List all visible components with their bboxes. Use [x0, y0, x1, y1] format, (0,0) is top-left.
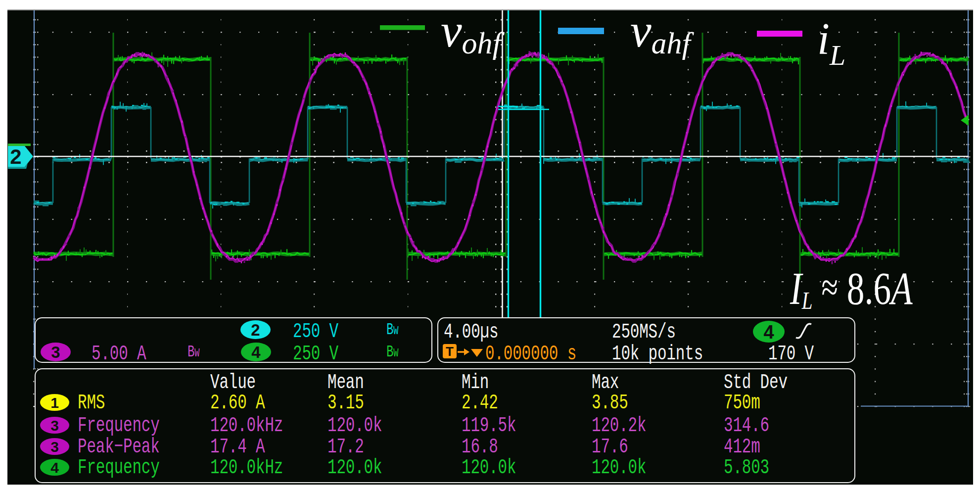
svg-text:2: 2	[10, 145, 21, 168]
